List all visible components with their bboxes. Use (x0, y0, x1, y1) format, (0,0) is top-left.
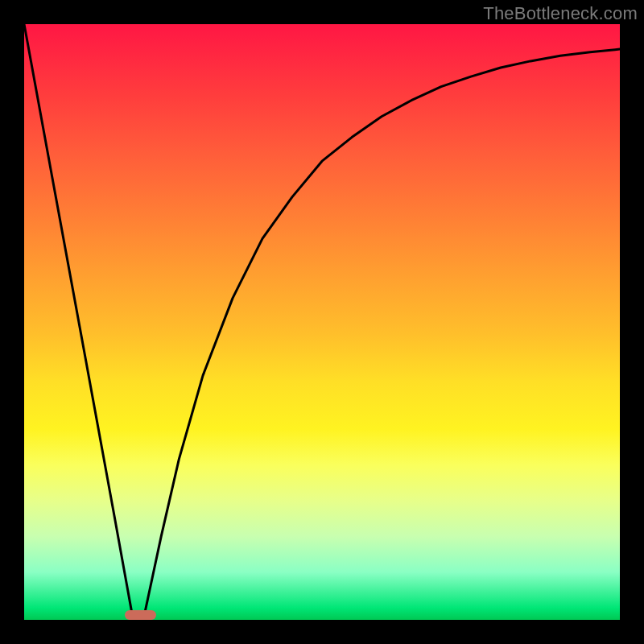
bottleneck-curve (24, 24, 620, 620)
chart-frame: TheBottleneck.com (0, 0, 644, 644)
curve-path (24, 24, 620, 620)
optimal-region-marker (125, 610, 155, 620)
watermark-text: TheBottleneck.com (483, 3, 638, 24)
